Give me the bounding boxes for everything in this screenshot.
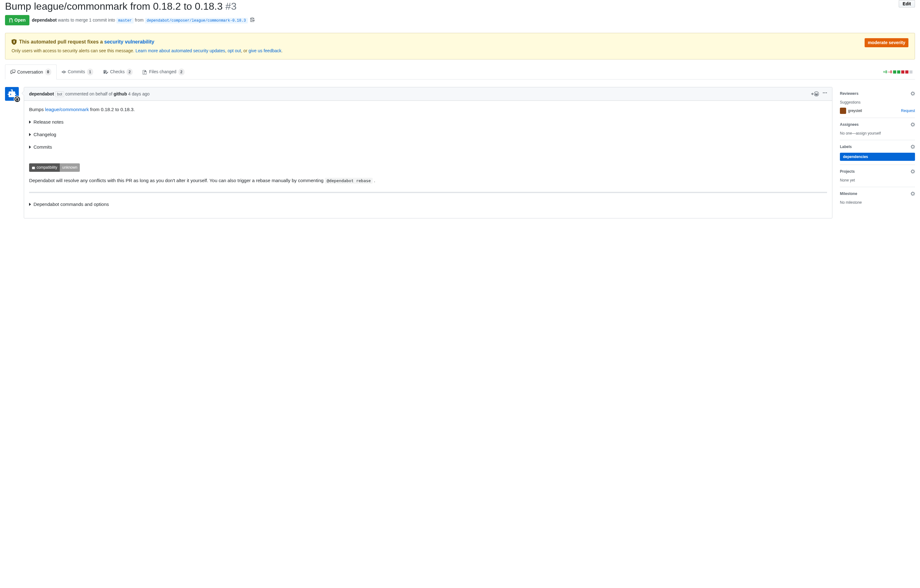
tab-conversation[interactable]: Conversation 0 (5, 65, 57, 79)
avatar[interactable] (5, 87, 19, 101)
gear-icon (910, 122, 915, 127)
caret-icon (29, 203, 31, 206)
kebab-menu-button[interactable] (823, 91, 827, 97)
diff-block (909, 70, 912, 73)
smiley-icon (814, 91, 819, 96)
caret-icon (29, 120, 31, 124)
vulnerability-link[interactable]: security vulnerability (104, 39, 154, 44)
gear-icon (910, 144, 915, 149)
details-commits[interactable]: Commits (29, 143, 827, 151)
milestone-none: No milestone (840, 200, 915, 205)
alert-title: This automated pull request fixes a secu… (19, 38, 154, 46)
clipboard-icon[interactable] (250, 17, 255, 24)
merge-description: dependabot wants to merge 1 commit into … (32, 17, 248, 23)
state-badge-open: Open (5, 15, 29, 25)
add-reaction-button[interactable]: + (811, 91, 819, 97)
bot-label: bot (55, 91, 64, 97)
gear-icon (910, 91, 915, 96)
file-diff-icon (143, 70, 147, 75)
severity-badge: moderate severity (865, 38, 909, 47)
rebase-command: @dependabot rebase (325, 178, 373, 184)
details-release-notes[interactable]: Release notes (29, 118, 827, 126)
package-link[interactable]: league/commonmark (45, 107, 89, 112)
comment-box: dependabot bot commented on behalf of gi… (24, 87, 833, 219)
pr-number: #3 (225, 1, 236, 12)
pr-title: Bump league/commonmark from 0.18.2 to 0.… (5, 0, 899, 13)
label-dependencies[interactable]: dependencies (840, 153, 915, 161)
git-commit-icon (62, 70, 66, 75)
tabnav: Conversation 0 Commits 1 Checks 2 Files … (5, 65, 915, 79)
diff-block (893, 70, 896, 73)
learn-more-link[interactable]: Learn more about automated security upda… (136, 48, 225, 53)
security-alert: This automated pull request fixes a secu… (5, 33, 915, 60)
projects-none: None yet (840, 177, 915, 183)
sidebar-projects-header[interactable]: Projects (840, 168, 915, 174)
diff-block (897, 70, 900, 73)
base-branch[interactable]: master (117, 18, 134, 23)
files-count: 2 (178, 68, 185, 75)
suggested-reviewer[interactable]: greysteil (840, 108, 862, 114)
comment-intro: Bumps league/commonmark from 0.18.2 to 0… (29, 106, 827, 113)
checks-count: 2 (126, 68, 133, 75)
sidebar-assignees-header[interactable]: Assignees (840, 122, 915, 127)
gear-icon (910, 169, 915, 174)
compatibility-badge[interactable]: compatibility unknown (29, 164, 80, 172)
deletions: −8 (888, 69, 892, 75)
kebab-icon (823, 91, 827, 96)
diff-block (905, 70, 909, 73)
tab-commits[interactable]: Commits 1 (57, 65, 98, 79)
sidebar-labels-header[interactable]: Labels (840, 144, 915, 150)
comment-discussion-icon (10, 70, 15, 75)
caret-icon (29, 133, 31, 136)
assign-yourself[interactable]: No one—assign yourself (840, 131, 915, 136)
dependabot-small-icon (32, 166, 36, 170)
diffstat[interactable]: +8 −8 (883, 69, 915, 75)
caret-icon (29, 146, 31, 149)
feedback-link[interactable]: give us feedback (248, 48, 281, 53)
tab-checks[interactable]: Checks 2 (98, 65, 138, 79)
commits-count: 1 (87, 68, 93, 75)
opt-out-link[interactable]: opt out (227, 48, 241, 53)
sidebar-milestone-header[interactable]: Milestone (840, 191, 915, 196)
details-changelog[interactable]: Changelog (29, 131, 827, 138)
user-avatar (840, 108, 846, 114)
sidebar: Reviewers Suggestions greysteil Request … (840, 87, 915, 219)
comment-meta: dependabot bot commented on behalf of gi… (29, 91, 150, 97)
shield-icon (11, 39, 16, 45)
conversation-count: 0 (45, 68, 51, 75)
sidebar-reviewers-header[interactable]: Reviewers (840, 91, 915, 96)
git-pull-request-icon (9, 18, 13, 23)
additions: +8 (883, 69, 888, 75)
alert-subtext: Only users with access to security alert… (11, 47, 865, 54)
resolve-text: Dependabot will resolve any conflicts wi… (29, 177, 827, 184)
request-review-link[interactable]: Request (901, 108, 915, 113)
tab-files-changed[interactable]: Files changed 2 (138, 65, 190, 79)
edit-button[interactable]: Edit (899, 0, 915, 8)
suggestions-label: Suggestions (840, 99, 915, 105)
checklist-icon (103, 70, 108, 75)
head-branch[interactable]: dependabot/composer/league/commonmark-0.… (145, 18, 248, 23)
diff-block (901, 70, 904, 73)
github-badge-icon (14, 96, 21, 103)
pr-header: Bump league/commonmark from 0.18.2 to 0.… (5, 0, 915, 33)
divider (29, 192, 827, 193)
gear-icon (910, 191, 915, 196)
details-commands[interactable]: Dependabot commands and options (29, 201, 827, 208)
